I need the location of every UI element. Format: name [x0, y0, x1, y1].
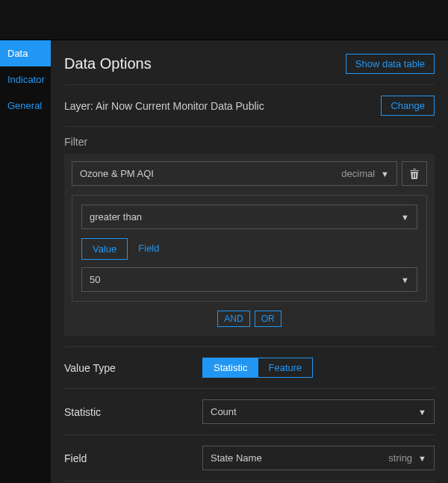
field-value: State Name [211, 452, 262, 464]
value-type-label: Value Type [64, 362, 202, 374]
sidebar-item-general[interactable]: General [0, 93, 51, 119]
field-type: string [388, 452, 412, 464]
tab-label: Field [138, 243, 159, 254]
tab-label: Value [93, 243, 116, 255]
or-button[interactable]: OR [255, 311, 281, 327]
value-type-segmented: Statistic Feature [202, 358, 313, 378]
trash-icon [409, 168, 420, 180]
chevron-down-icon: ▼ [418, 454, 426, 463]
sidebar: Data Indicator General [0, 40, 51, 483]
filter-operator-value: greater than [90, 211, 142, 222]
filter-operator-select[interactable]: greater than ▼ [81, 205, 417, 229]
value-type-statistic-button[interactable]: Statistic [203, 358, 258, 377]
filter-clause: greater than ▼ Value Field [72, 195, 427, 302]
value-type-feature-button[interactable]: Feature [258, 358, 313, 377]
filter-field-type: decimal [341, 168, 375, 179]
layer-label: Layer: Air Now Current Monitor Data Publ… [64, 100, 264, 112]
statistic-label: Statistic [64, 406, 202, 418]
sidebar-item-label: Data [7, 48, 28, 59]
sidebar-item-label: General [7, 100, 42, 111]
filter-field-name: Ozone & PM AQI [80, 168, 154, 179]
statistic-value: Count [211, 406, 237, 417]
filter-value-select[interactable]: 50 ▼ [81, 267, 417, 292]
field-select[interactable]: State Name string ▼ [202, 446, 435, 470]
chevron-down-icon: ▼ [401, 213, 409, 222]
tab-value[interactable]: Value [81, 238, 128, 260]
filter-field-select[interactable]: Ozone & PM AQI decimal ▼ [72, 161, 397, 186]
change-layer-button[interactable]: Change [381, 96, 435, 116]
sidebar-item-label: Indicator [7, 74, 45, 85]
chevron-down-icon: ▼ [401, 275, 409, 284]
show-data-table-button[interactable]: Show data table [346, 54, 435, 74]
and-button[interactable]: AND [217, 311, 249, 327]
page-title: Data Options [64, 55, 152, 72]
filter-container: Ozone & PM AQI decimal ▼ greater t [64, 154, 435, 336]
delete-filter-button[interactable] [402, 161, 427, 186]
chevron-down-icon: ▼ [381, 169, 389, 178]
top-bar [0, 0, 448, 40]
sidebar-item-indicator[interactable]: Indicator [0, 66, 51, 93]
sidebar-item-data[interactable]: Data [0, 40, 51, 66]
statistic-select[interactable]: Count ▼ [202, 399, 435, 424]
filter-value: 50 [90, 274, 100, 285]
filter-section-label: Filter [64, 136, 435, 148]
tab-field[interactable]: Field [128, 238, 169, 260]
chevron-down-icon: ▼ [418, 408, 426, 417]
main-panel: Data Options Show data table Layer: Air … [51, 40, 448, 483]
field-label: Field [64, 452, 202, 464]
